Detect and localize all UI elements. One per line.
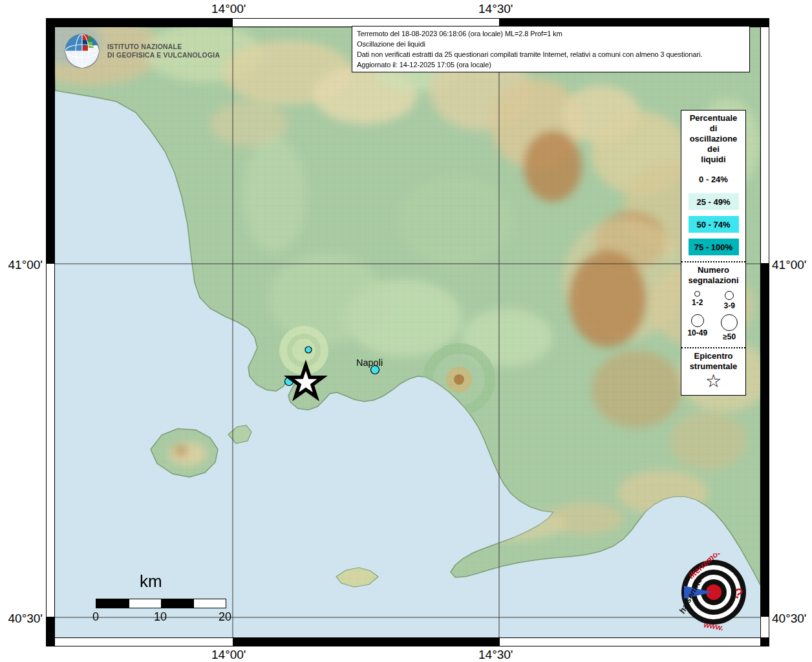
legend-title-line: Epicentro bbox=[681, 351, 745, 361]
scale-tick-10: 10 bbox=[147, 610, 173, 624]
count-circle-icon bbox=[694, 291, 700, 297]
scale-segment bbox=[96, 599, 129, 608]
frame-segment bbox=[46, 263, 55, 617]
scale-tick-0: 0 bbox=[83, 610, 109, 624]
legend-title-line: liquidi bbox=[681, 155, 745, 165]
legend-divider bbox=[681, 347, 745, 348]
frame-segment bbox=[233, 637, 499, 646]
report-dot bbox=[305, 347, 312, 353]
legend-swatch-0-24: 0 - 24% bbox=[689, 171, 739, 187]
event-info-box: Terremoto del 18-08-2023 06:18:06 (ora l… bbox=[352, 26, 750, 72]
scale-segment bbox=[161, 599, 193, 608]
ingv-name-line1: ISTITUTO NAZIONALE bbox=[107, 43, 220, 51]
legend-divider bbox=[681, 261, 745, 262]
axis-label-left-lat1: 41°00' bbox=[3, 258, 43, 272]
event-updated-at: Aggiornato il: 14-12-2025 17:05 (ora loc… bbox=[357, 59, 745, 70]
frame-left bbox=[46, 18, 55, 646]
frame-segment bbox=[499, 637, 770, 646]
frame-corner bbox=[760, 637, 769, 646]
legend-swatch-label: 50 - 74% bbox=[696, 220, 730, 230]
ingv-felt-report-map-page: 14°00' 14°30' 14°00' 14°30' 41°00' 40°30… bbox=[0, 0, 812, 662]
frame-segment bbox=[46, 18, 232, 27]
map-svg: Napoli bbox=[55, 27, 760, 637]
scale-tick-20: 20 bbox=[212, 610, 238, 624]
legend-count-circles: 1-2 3-9 10-49 ≥50 bbox=[681, 287, 745, 341]
ingv-globe-icon bbox=[62, 31, 102, 71]
event-title: Terremoto del 18-08-2023 06:18:06 (ora l… bbox=[357, 28, 745, 39]
frame-segment bbox=[46, 18, 55, 263]
scale-unit-label: km bbox=[140, 571, 162, 592]
city-label-napoli: Napoli bbox=[356, 358, 383, 368]
ingv-name: ISTITUTO NAZIONALE DI GEOFISICA E VULCAN… bbox=[107, 43, 220, 59]
frame-segment bbox=[760, 264, 769, 616]
event-disclaimer: Dati non verificati estratti da 25 quest… bbox=[357, 49, 745, 59]
frame-segment bbox=[760, 18, 769, 264]
legend-title-line: di bbox=[681, 123, 745, 134]
count-label: 1-2 bbox=[692, 298, 703, 307]
legend-swatch-label: 25 - 49% bbox=[696, 197, 730, 207]
legend-title-line: dei bbox=[681, 144, 745, 155]
legend-swatch-50-74: 50 - 74% bbox=[689, 216, 739, 233]
legend-title-line: oscillazione bbox=[681, 134, 745, 144]
ingv-logo: ISTITUTO NAZIONALE DI GEOFISICA E VULCAN… bbox=[62, 31, 220, 71]
axis-label-bottom-lon1: 14°00' bbox=[211, 648, 246, 662]
epicenter-star-icon: ☆ bbox=[681, 372, 745, 391]
count-item: ≥50 bbox=[714, 314, 746, 341]
count-label: ≥50 bbox=[723, 332, 736, 341]
frame-corner bbox=[46, 637, 55, 646]
frame-corner bbox=[760, 18, 769, 27]
count-item: 10-49 bbox=[681, 314, 714, 341]
map-canvas: Napoli bbox=[55, 27, 760, 637]
count-label: 10-49 bbox=[687, 328, 707, 337]
axis-label-right-lat1: 41°00' bbox=[772, 258, 807, 272]
watermark-logo-icon: ilterremoto.it haisentito www. ? bbox=[675, 553, 753, 631]
haisentitoilterremoto-watermark: ilterremoto.it haisentito www. ? bbox=[675, 553, 753, 631]
legend-swatch-25-49: 25 - 49% bbox=[689, 193, 739, 210]
count-item: 1-2 bbox=[681, 291, 714, 310]
legend-swatch-75-100: 75 - 100% bbox=[689, 239, 739, 255]
frame-corner bbox=[46, 18, 55, 27]
ingv-name-line2: DI GEOFISICA E VULCANOLOGIA bbox=[107, 51, 220, 59]
count-circle-icon bbox=[725, 291, 734, 300]
legend-title-line: Numero bbox=[681, 265, 745, 275]
legend-title-line: strumentale bbox=[681, 361, 745, 372]
legend-panel: Percentuale di oscillazione dei liquidi … bbox=[681, 110, 746, 396]
legend-title-line: Percentuale bbox=[681, 113, 745, 123]
legend-swatch-label: 0 - 24% bbox=[699, 175, 728, 184]
count-circle-icon bbox=[691, 314, 704, 327]
legend-epicenter-title: Epicentro strumentale bbox=[681, 351, 745, 372]
count-item: 3-9 bbox=[714, 291, 746, 310]
axis-label-left-lat2: 40°30' bbox=[3, 612, 43, 626]
legend-percent-title: Percentuale di oscillazione dei liquidi bbox=[681, 113, 745, 165]
legend-count-title: Numero segnalazioni bbox=[681, 265, 745, 286]
axis-label-top-lon2: 14°30' bbox=[478, 2, 513, 16]
frame-segment bbox=[46, 637, 233, 646]
axis-label-bottom-lon2: 14°30' bbox=[478, 648, 513, 662]
frame-bottom bbox=[46, 637, 769, 646]
count-label: 3-9 bbox=[724, 301, 735, 310]
scale-segment bbox=[129, 599, 162, 608]
event-effect: Oscillazione dei liquidi bbox=[357, 39, 745, 49]
legend-title-line: segnalazioni bbox=[681, 275, 745, 286]
axis-label-right-lat2: 40°30' bbox=[772, 612, 807, 626]
frame-right bbox=[760, 18, 769, 646]
count-circle-icon bbox=[721, 314, 738, 331]
legend-swatch-label: 75 - 100% bbox=[694, 242, 732, 252]
scale-bar-segments bbox=[96, 599, 226, 608]
axis-label-top-lon1: 14°00' bbox=[211, 2, 246, 16]
scale-segment bbox=[193, 599, 226, 608]
